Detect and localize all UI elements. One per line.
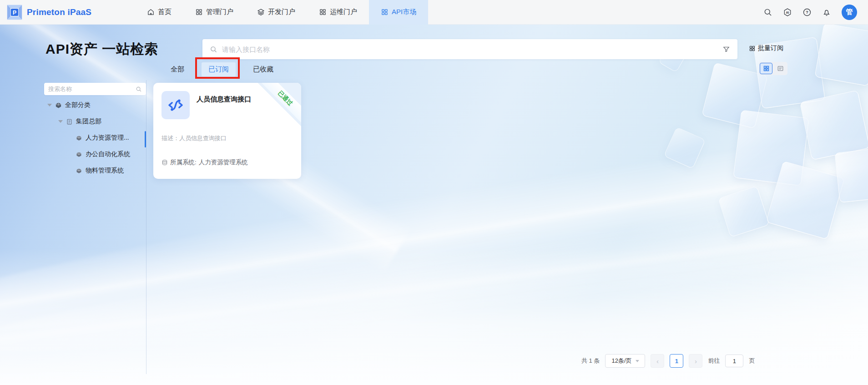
tree-node-material-system[interactable]: 物料管理系统 xyxy=(44,162,146,179)
svg-text:AI: AI xyxy=(786,10,789,14)
pagination-total: 共 1 条 xyxy=(581,357,600,365)
svg-text:P: P xyxy=(13,9,16,15)
nav-item-home[interactable]: 首页 xyxy=(135,0,183,25)
view-mode-toggle xyxy=(759,62,787,75)
pagination: 共 1 条 12条/页 ‹ 1 › 前往 页 xyxy=(581,354,755,368)
api-icon-badge xyxy=(161,91,190,119)
filter-tabs: 全部 已订阅 已收藏 xyxy=(171,61,273,77)
cube-icon xyxy=(76,135,82,142)
svg-text:?: ? xyxy=(806,10,808,15)
layers-icon xyxy=(257,8,265,16)
tree-node-oa-system[interactable]: 办公自动化系统 xyxy=(44,146,146,162)
api-card-system: 所属系统:人力资源管理系统 xyxy=(161,158,248,167)
database-icon xyxy=(161,159,168,166)
grid-view-button[interactable] xyxy=(760,63,772,74)
caret-down-icon[interactable] xyxy=(58,120,63,123)
home-icon xyxy=(147,8,155,16)
page-unit-label: 页 xyxy=(749,357,755,365)
list-view-icon xyxy=(777,65,784,72)
nav-right-actions: AI ? 管 xyxy=(763,5,868,20)
search-icon xyxy=(210,46,217,53)
tree-node-all-categories[interactable]: 全部分类 xyxy=(44,97,146,113)
page-title: API资产 一站检索 xyxy=(45,40,158,59)
nav-item-dev-portal[interactable]: 开发门户 xyxy=(245,0,307,25)
nav-item-admin-portal[interactable]: 管理门户 xyxy=(183,0,245,25)
cube-icon xyxy=(76,151,82,158)
document-icon xyxy=(66,118,73,125)
apps-icon xyxy=(319,8,327,16)
batch-subscribe-button[interactable]: 批量订阅 xyxy=(749,44,783,52)
api-card[interactable]: 已通过 人员信息查询接口 描述：人员信息查询接口 所属系统:人力资源管理系统 xyxy=(153,83,301,179)
api-card-title: 人员信息查询接口 xyxy=(197,95,251,104)
api-search-bar xyxy=(202,39,737,59)
search-icon[interactable] xyxy=(763,8,772,17)
category-search-input[interactable] xyxy=(48,86,136,92)
prev-page-button[interactable]: ‹ xyxy=(651,354,664,368)
api-search-input[interactable] xyxy=(222,46,718,53)
brand-logo-icon: P xyxy=(6,4,23,20)
caret-down-icon[interactable] xyxy=(47,104,52,106)
tab-all[interactable]: 全部 xyxy=(171,65,184,74)
sidebar-divider xyxy=(146,80,146,374)
notifications-bell-icon[interactable] xyxy=(822,8,831,17)
tab-favorites[interactable]: 已收藏 xyxy=(253,65,273,74)
chevron-down-icon xyxy=(636,360,639,362)
brand[interactable]: P Primeton iPaaS xyxy=(0,4,107,20)
batch-subscribe-icon xyxy=(749,45,756,52)
goto-label: 前往 xyxy=(708,357,720,365)
apps-icon xyxy=(381,8,389,16)
nav-item-api-market[interactable]: API市场 xyxy=(369,0,428,25)
tree-node-hr-system[interactable]: 人力资源管理... xyxy=(44,130,146,146)
apps-icon xyxy=(195,8,203,16)
category-tree: 全部分类 集团总部 人力资源管理... 办公自动化系统 物料管理系统 xyxy=(44,97,146,179)
brand-name: Primeton iPaaS xyxy=(27,7,91,17)
tree-node-group-hq[interactable]: 集团总部 xyxy=(44,113,146,130)
grid-view-icon xyxy=(763,65,770,72)
page-number-1[interactable]: 1 xyxy=(670,354,683,368)
help-icon[interactable]: ? xyxy=(802,8,812,17)
list-view-button[interactable] xyxy=(774,63,787,74)
api-integration-icon xyxy=(166,96,185,115)
top-nav: P Primeton iPaaS 首页 管理门户 开发门户 运维门户 API市场… xyxy=(0,0,868,25)
search-icon xyxy=(136,86,142,92)
cube-icon xyxy=(55,102,62,109)
nav-menu: 首页 管理门户 开发门户 运维门户 API市场 xyxy=(135,0,428,25)
user-avatar[interactable]: 管 xyxy=(842,5,857,20)
filter-funnel-icon[interactable] xyxy=(722,46,730,53)
ai-assistant-icon[interactable]: AI xyxy=(783,8,792,17)
api-card-description: 描述：人员信息查询接口 xyxy=(161,134,227,142)
nav-item-ops-portal[interactable]: 运维门户 xyxy=(307,0,369,25)
goto-page-input[interactable] xyxy=(725,355,743,367)
tab-subscribed[interactable]: 已订阅 xyxy=(202,62,236,76)
cube-icon xyxy=(76,167,82,174)
next-page-button[interactable]: › xyxy=(689,354,702,368)
category-search xyxy=(44,83,146,95)
page-size-select[interactable]: 12条/页 xyxy=(605,354,645,368)
